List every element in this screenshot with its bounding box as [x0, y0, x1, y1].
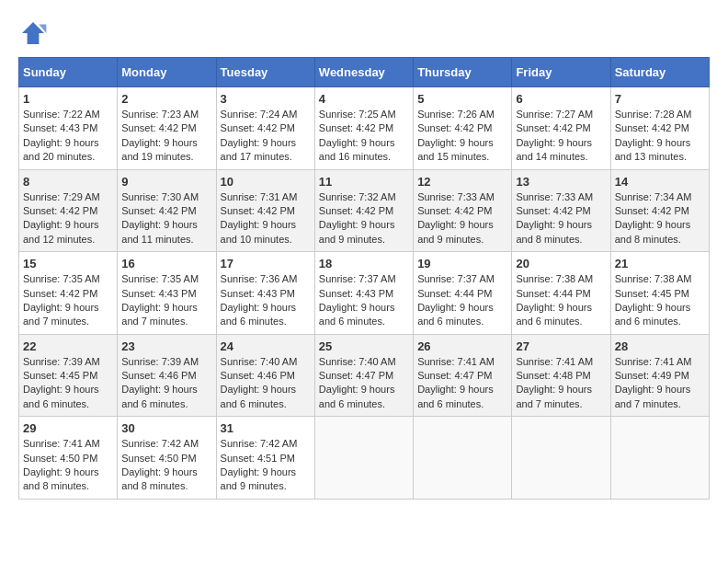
day-info: Sunrise: 7:27 AM Sunset: 4:42 PM Dayligh… — [516, 108, 606, 165]
calendar-day-cell: 6 Sunrise: 7:27 AM Sunset: 4:42 PM Dayli… — [512, 87, 610, 170]
calendar-day-cell: 28 Sunrise: 7:41 AM Sunset: 4:49 PM Dayl… — [610, 334, 709, 417]
day-info: Sunrise: 7:22 AM Sunset: 4:43 PM Dayligh… — [23, 108, 113, 165]
day-number: 2 — [121, 92, 211, 106]
calendar-day-cell: 25 Sunrise: 7:40 AM Sunset: 4:47 PM Dayl… — [314, 334, 413, 417]
day-number: 30 — [121, 421, 211, 435]
day-info: Sunrise: 7:33 AM Sunset: 4:42 PM Dayligh… — [417, 190, 507, 247]
calendar-day-cell: 9 Sunrise: 7:30 AM Sunset: 4:42 PM Dayli… — [118, 169, 216, 252]
day-info: Sunrise: 7:39 AM Sunset: 4:45 PM Dayligh… — [23, 355, 113, 412]
calendar-day-cell: 22 Sunrise: 7:39 AM Sunset: 4:45 PM Dayl… — [19, 334, 118, 417]
calendar-day-cell: 29 Sunrise: 7:41 AM Sunset: 4:50 PM Dayl… — [19, 417, 118, 500]
day-info: Sunrise: 7:23 AM Sunset: 4:42 PM Dayligh… — [121, 108, 211, 165]
calendar-day-cell: 21 Sunrise: 7:38 AM Sunset: 4:45 PM Dayl… — [610, 252, 709, 335]
calendar-day-cell: 18 Sunrise: 7:37 AM Sunset: 4:43 PM Dayl… — [314, 252, 413, 335]
day-info: Sunrise: 7:34 AM Sunset: 4:42 PM Dayligh… — [615, 190, 705, 247]
calendar-week-row: 15 Sunrise: 7:35 AM Sunset: 4:42 PM Dayl… — [19, 252, 710, 335]
logo-icon — [18, 18, 48, 48]
calendar-table: SundayMondayTuesdayWednesdayThursdayFrid… — [18, 57, 710, 500]
day-info: Sunrise: 7:38 AM Sunset: 4:44 PM Dayligh… — [516, 272, 606, 329]
weekday-header-row: SundayMondayTuesdayWednesdayThursdayFrid… — [19, 58, 710, 87]
day-info: Sunrise: 7:29 AM Sunset: 4:42 PM Dayligh… — [23, 190, 113, 247]
day-info: Sunrise: 7:41 AM Sunset: 4:49 PM Dayligh… — [615, 355, 705, 412]
calendar-week-row: 1 Sunrise: 7:22 AM Sunset: 4:43 PM Dayli… — [19, 87, 710, 170]
day-number: 12 — [417, 175, 507, 189]
calendar-day-cell: 12 Sunrise: 7:33 AM Sunset: 4:42 PM Dayl… — [414, 169, 512, 252]
calendar-day-cell: 30 Sunrise: 7:42 AM Sunset: 4:50 PM Dayl… — [118, 417, 216, 500]
day-number: 15 — [23, 257, 113, 270]
day-info: Sunrise: 7:42 AM Sunset: 4:51 PM Dayligh… — [221, 437, 311, 494]
weekday-header-cell: Sunday — [19, 58, 118, 87]
day-info: Sunrise: 7:33 AM Sunset: 4:42 PM Dayligh… — [516, 190, 606, 247]
calendar-day-cell: 7 Sunrise: 7:28 AM Sunset: 4:42 PM Dayli… — [610, 87, 709, 170]
day-info: Sunrise: 7:40 AM Sunset: 4:46 PM Dayligh… — [221, 355, 311, 412]
calendar-day-cell: 31 Sunrise: 7:42 AM Sunset: 4:51 PM Dayl… — [216, 417, 314, 500]
day-info: Sunrise: 7:32 AM Sunset: 4:42 PM Dayligh… — [319, 190, 409, 247]
day-info: Sunrise: 7:35 AM Sunset: 4:43 PM Dayligh… — [121, 272, 211, 329]
logo — [18, 18, 51, 48]
day-number: 22 — [23, 339, 113, 353]
day-info: Sunrise: 7:37 AM Sunset: 4:43 PM Dayligh… — [319, 272, 409, 329]
day-number: 17 — [221, 257, 311, 270]
calendar-day-cell — [314, 417, 413, 500]
day-info: Sunrise: 7:37 AM Sunset: 4:44 PM Dayligh… — [417, 272, 507, 329]
calendar-body: 1 Sunrise: 7:22 AM Sunset: 4:43 PM Dayli… — [19, 87, 710, 500]
calendar-day-cell: 3 Sunrise: 7:24 AM Sunset: 4:42 PM Dayli… — [216, 87, 314, 170]
calendar-day-cell: 4 Sunrise: 7:25 AM Sunset: 4:42 PM Dayli… — [314, 87, 413, 170]
day-number: 27 — [516, 339, 606, 353]
calendar-day-cell: 11 Sunrise: 7:32 AM Sunset: 4:42 PM Dayl… — [314, 169, 413, 252]
day-number: 31 — [221, 421, 311, 435]
calendar-week-row: 29 Sunrise: 7:41 AM Sunset: 4:50 PM Dayl… — [19, 417, 710, 500]
day-number: 7 — [615, 92, 705, 106]
calendar-day-cell: 13 Sunrise: 7:33 AM Sunset: 4:42 PM Dayl… — [512, 169, 610, 252]
day-info: Sunrise: 7:40 AM Sunset: 4:47 PM Dayligh… — [319, 355, 409, 412]
day-number: 10 — [221, 175, 311, 189]
day-info: Sunrise: 7:39 AM Sunset: 4:46 PM Dayligh… — [121, 355, 211, 412]
calendar-day-cell: 14 Sunrise: 7:34 AM Sunset: 4:42 PM Dayl… — [610, 169, 709, 252]
day-info: Sunrise: 7:38 AM Sunset: 4:45 PM Dayligh… — [615, 272, 705, 329]
day-info: Sunrise: 7:31 AM Sunset: 4:42 PM Dayligh… — [221, 190, 311, 247]
day-info: Sunrise: 7:35 AM Sunset: 4:42 PM Dayligh… — [23, 272, 113, 329]
day-info: Sunrise: 7:41 AM Sunset: 4:48 PM Dayligh… — [516, 355, 606, 412]
calendar-week-row: 22 Sunrise: 7:39 AM Sunset: 4:45 PM Dayl… — [19, 334, 710, 417]
day-number: 28 — [615, 339, 705, 353]
day-number: 26 — [417, 339, 507, 353]
calendar-day-cell: 27 Sunrise: 7:41 AM Sunset: 4:48 PM Dayl… — [512, 334, 610, 417]
calendar-day-cell — [610, 417, 709, 500]
calendar-day-cell: 17 Sunrise: 7:36 AM Sunset: 4:43 PM Dayl… — [216, 252, 314, 335]
day-info: Sunrise: 7:24 AM Sunset: 4:42 PM Dayligh… — [221, 108, 311, 165]
weekday-header-cell: Wednesday — [314, 58, 413, 87]
weekday-header-cell: Thursday — [414, 58, 512, 87]
day-number: 8 — [23, 175, 113, 189]
day-info: Sunrise: 7:42 AM Sunset: 4:50 PM Dayligh… — [121, 437, 211, 494]
day-info: Sunrise: 7:36 AM Sunset: 4:43 PM Dayligh… — [221, 272, 311, 329]
calendar-day-cell: 1 Sunrise: 7:22 AM Sunset: 4:43 PM Dayli… — [19, 87, 118, 170]
calendar-day-cell: 2 Sunrise: 7:23 AM Sunset: 4:42 PM Dayli… — [118, 87, 216, 170]
day-info: Sunrise: 7:28 AM Sunset: 4:42 PM Dayligh… — [615, 108, 705, 165]
calendar-day-cell: 23 Sunrise: 7:39 AM Sunset: 4:46 PM Dayl… — [118, 334, 216, 417]
calendar-day-cell — [414, 417, 512, 500]
day-number: 19 — [417, 257, 507, 270]
calendar-day-cell: 19 Sunrise: 7:37 AM Sunset: 4:44 PM Dayl… — [414, 252, 512, 335]
day-number: 18 — [319, 257, 409, 270]
calendar-day-cell: 15 Sunrise: 7:35 AM Sunset: 4:42 PM Dayl… — [19, 252, 118, 335]
day-number: 23 — [121, 339, 211, 353]
day-info: Sunrise: 7:41 AM Sunset: 4:47 PM Dayligh… — [417, 355, 507, 412]
weekday-header-cell: Tuesday — [216, 58, 314, 87]
day-number: 11 — [319, 175, 409, 189]
day-info: Sunrise: 7:26 AM Sunset: 4:42 PM Dayligh… — [417, 108, 507, 165]
weekday-header-cell: Saturday — [610, 58, 709, 87]
page-header — [18, 18, 710, 48]
day-number: 1 — [23, 92, 113, 106]
day-number: 3 — [221, 92, 311, 106]
calendar-day-cell: 8 Sunrise: 7:29 AM Sunset: 4:42 PM Dayli… — [19, 169, 118, 252]
weekday-header-cell: Monday — [118, 58, 216, 87]
day-number: 29 — [23, 421, 113, 435]
day-info: Sunrise: 7:30 AM Sunset: 4:42 PM Dayligh… — [121, 190, 211, 247]
calendar-day-cell: 20 Sunrise: 7:38 AM Sunset: 4:44 PM Dayl… — [512, 252, 610, 335]
day-number: 24 — [221, 339, 311, 353]
calendar-day-cell: 26 Sunrise: 7:41 AM Sunset: 4:47 PM Dayl… — [414, 334, 512, 417]
calendar-day-cell: 24 Sunrise: 7:40 AM Sunset: 4:46 PM Dayl… — [216, 334, 314, 417]
day-number: 21 — [615, 257, 705, 270]
day-number: 5 — [417, 92, 507, 106]
day-number: 4 — [319, 92, 409, 106]
